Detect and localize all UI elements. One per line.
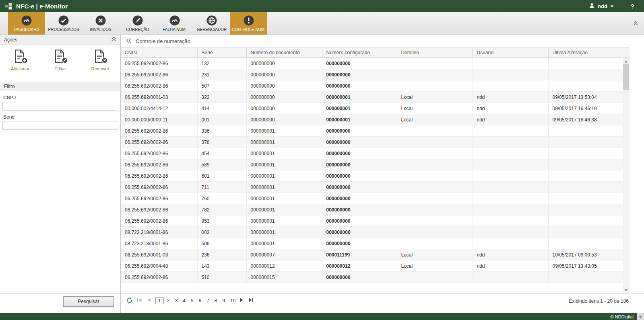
cell: [548, 238, 623, 249]
table-row[interactable]: 06.255.692/0002-86454000000001000000000: [121, 148, 623, 159]
cell: 231: [197, 69, 246, 80]
table-row[interactable]: 08.723.218/0001-86506000000001000000000: [121, 238, 623, 249]
filter-input-serie[interactable]: [2, 121, 118, 130]
actions-panel-header: Ações: [0, 35, 120, 45]
table-row[interactable]: 00.000.002/4414-12414000000000000000001L…: [121, 103, 623, 114]
cell: [397, 69, 473, 80]
next-page-icon: [239, 298, 244, 304]
table-row[interactable]: 06.255.692/0001-03322000000000000000001L…: [121, 92, 623, 103]
cell: 414: [197, 103, 246, 114]
cell: 322: [197, 92, 246, 103]
table-row[interactable]: 06.255.692/0002-86589000000001000000000: [121, 159, 623, 170]
search-button[interactable]: Pesquisar: [63, 296, 114, 307]
toolbar-collapse-button[interactable]: [633, 21, 638, 27]
page-button-2[interactable]: 2: [165, 297, 172, 304]
first-page-button[interactable]: [137, 297, 142, 304]
action-label: Adicionar: [11, 66, 29, 71]
table-row[interactable]: 06.255.692/0002-86336000000001000000000: [121, 125, 623, 137]
remover-button[interactable]: Remover: [86, 49, 115, 82]
table-row[interactable]: 06.255.692/0002-86510000000015000000000: [121, 272, 623, 283]
page-button-5[interactable]: 5: [189, 297, 196, 304]
table-row[interactable]: 00.000.000/0000-11001000000000000000001L…: [121, 114, 623, 125]
column-header-5[interactable]: Usuário: [473, 47, 548, 58]
vertical-scrollbar[interactable]: [623, 57, 630, 293]
table-row[interactable]: 06.255.692/0002-86378000000001000000000: [121, 137, 623, 148]
table-row[interactable]: 06.255.692/0002-86711000000001000000000: [121, 182, 623, 193]
page-button-3[interactable]: 3: [173, 297, 180, 304]
table-row[interactable]: 06.255.692/0002-86760000000001000000000: [121, 193, 623, 204]
cell: Local: [397, 103, 473, 114]
actions-collapse-button[interactable]: [111, 37, 116, 43]
scrollbar-track[interactable]: [623, 64, 630, 286]
cell: [548, 170, 623, 182]
table-row[interactable]: 06.255.692/0002-86507000000000000000000: [121, 80, 623, 92]
next-page-button[interactable]: [239, 297, 244, 304]
table-row[interactable]: 06.255.692/0002-86601000000001000000000: [121, 170, 623, 182]
cell: 143: [197, 261, 246, 272]
column-header-1[interactable]: Série: [197, 47, 246, 58]
table-row[interactable]: 08.723.218/0001-86003000000001000000000: [121, 227, 623, 238]
tab-label: GERENCIADOR: [197, 27, 227, 32]
cell: 003: [197, 227, 246, 238]
cell: ndd: [473, 261, 548, 272]
tab-gerenciador[interactable]: GERENCIADOR: [193, 12, 230, 35]
pencil-circle-icon: [132, 15, 143, 26]
user-menu[interactable]: ndd: [589, 2, 614, 10]
collapse-sidebar-button[interactable]: [126, 38, 132, 44]
table-row[interactable]: 06.255.692/0002-86231000000000000000000: [121, 69, 623, 80]
cell: 760: [197, 193, 246, 204]
column-header-4[interactable]: Domínio: [397, 47, 473, 58]
tab-dashboard[interactable]: DASHBOARD: [8, 12, 45, 35]
cell: [548, 69, 623, 80]
page-button-7[interactable]: 7: [204, 297, 211, 304]
refresh-button[interactable]: [126, 297, 132, 304]
last-page-icon: [248, 298, 254, 304]
filter-input-cnpj[interactable]: [2, 102, 118, 111]
filter-panel-header: Filtro: [0, 82, 120, 91]
scrollbar-thumb[interactable]: [623, 64, 629, 90]
table-row[interactable]: 06.255.692/0002-86132000000000000000000: [121, 58, 623, 69]
scroll-down-button[interactable]: [623, 286, 630, 293]
user-icon: [589, 2, 595, 10]
page-button-1[interactable]: 1: [155, 297, 164, 304]
main-header: Controle de numeração: [121, 35, 644, 47]
tab-correcao[interactable]: CORREÇÃO: [119, 12, 156, 35]
cell: [473, 204, 548, 215]
help-button[interactable]: ?: [631, 3, 634, 10]
tab-processados[interactable]: PROCESSADOS: [45, 12, 82, 35]
page-button-6[interactable]: 6: [196, 297, 203, 304]
tab-invalidos[interactable]: INVÁLIDOS: [82, 12, 119, 35]
tab-falha-num[interactable]: FALHA NUM.: [156, 12, 193, 35]
cell: 000000000: [246, 92, 322, 103]
chevron-up-double-icon: [111, 37, 116, 43]
column-header-3[interactable]: Número configurado: [322, 47, 397, 58]
table-row[interactable]: 06.255.692/0001-03236000000007000011199L…: [121, 249, 623, 261]
last-page-button[interactable]: [248, 297, 254, 304]
table-row[interactable]: 06.255.692/0002-86953000000001000000000: [121, 215, 623, 227]
filter-field-serie: Série: [0, 114, 120, 130]
scroll-up-button[interactable]: [623, 57, 630, 64]
cell: [397, 204, 473, 215]
page-button-10[interactable]: 10: [228, 297, 237, 304]
cell: 09/05/2017 13:43:05: [548, 261, 623, 272]
column-header-0[interactable]: CNPJ: [121, 47, 197, 58]
tab-controle-num[interactable]: CONTROLE NUM.: [230, 12, 267, 35]
cell: 236: [197, 249, 246, 261]
page-button-9[interactable]: 9: [221, 297, 227, 304]
cell: ndd: [473, 92, 548, 103]
column-header-2[interactable]: Número do documento: [246, 47, 322, 58]
adicionar-button[interactable]: Adicionar: [6, 49, 35, 82]
cell: 000000001: [246, 159, 322, 170]
gauge-circle-icon: [21, 15, 32, 26]
cell: [548, 272, 623, 283]
page-button-8[interactable]: 8: [213, 297, 219, 304]
column-header-6[interactable]: Última Alteração: [548, 47, 623, 58]
table-row[interactable]: 06.255.692/0004-48143000000012000000012L…: [121, 261, 623, 272]
page-button-4[interactable]: 4: [181, 297, 188, 304]
editar-button[interactable]: Editar: [46, 49, 75, 82]
prev-page-button[interactable]: [147, 297, 151, 304]
cell: [548, 204, 623, 215]
cell: [473, 182, 548, 193]
cell: 06.255.692/0001-03: [121, 249, 197, 261]
table-row[interactable]: 06.255.692/0002-86782000000001000000000: [121, 204, 623, 215]
